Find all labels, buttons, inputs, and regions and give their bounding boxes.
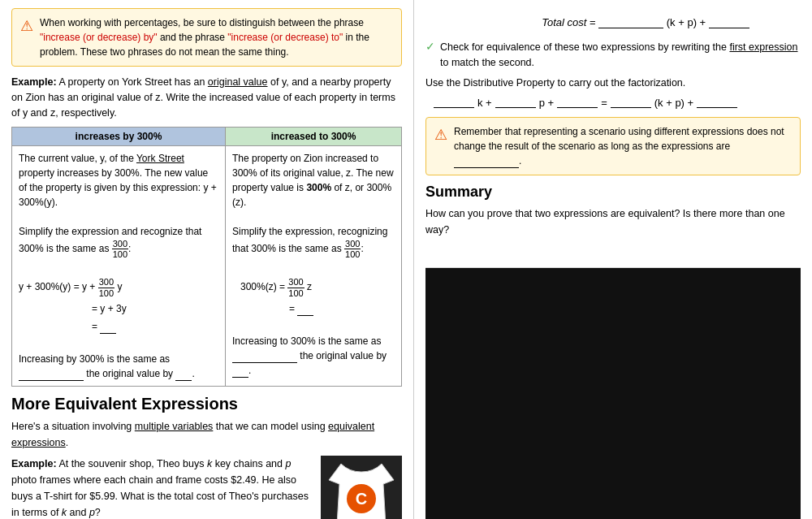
svg-text:C: C xyxy=(356,490,367,508)
notice-text: When working with percentages, be sure t… xyxy=(40,15,393,59)
summary-text: How can you prove that two expressions a… xyxy=(425,205,801,238)
remember-text: Remember that representing a scenario us… xyxy=(454,124,792,168)
notice-box: ⚠ When working with percentages, be sure… xyxy=(11,8,402,67)
check-text: Check for equivalence of these two expre… xyxy=(440,40,801,71)
remember-box: ⚠ Remember that representing a scenario … xyxy=(425,117,801,175)
checkmark-icon: ✓ xyxy=(425,40,435,53)
check-line: ✓ Check for equivalence of these two exp… xyxy=(425,40,801,71)
more-equiv-heading: More Equivalent Expressions xyxy=(11,395,402,413)
summary-heading: Summary xyxy=(425,184,801,201)
right-bottom-black xyxy=(425,268,801,519)
example-intro: Example: A property on York Street has a… xyxy=(11,75,402,120)
col1-header: increases by 300% xyxy=(12,128,226,146)
use-distrib: Use the Distributive Property to carry o… xyxy=(425,77,801,89)
comparison-table: increases by 300% increased to 300% The … xyxy=(11,127,402,386)
total-cost-right: Total cost = (k + p) + xyxy=(490,16,801,28)
left-panel: ⚠ When working with percentages, be sure… xyxy=(0,0,414,519)
tshirt-image: C xyxy=(321,456,402,519)
warning-icon-2: ⚠ xyxy=(434,126,447,168)
warning-icon: ⚠ xyxy=(20,17,33,59)
col2-header: increased to 300% xyxy=(225,128,401,146)
equiv-equation: k + p + = (k + p) + xyxy=(434,97,801,109)
right-panel: Total cost = (k + p) + ✓ Check for equiv… xyxy=(414,0,812,519)
col1-content: The current value, y, of the York Street… xyxy=(12,146,226,386)
more-equiv-intro: Here's a situation involving multiple va… xyxy=(11,418,402,451)
right-top: Total cost = (k + p) + ✓ Check for equiv… xyxy=(425,16,801,268)
col2-content: The property on Zion increased to 300% o… xyxy=(225,146,401,386)
